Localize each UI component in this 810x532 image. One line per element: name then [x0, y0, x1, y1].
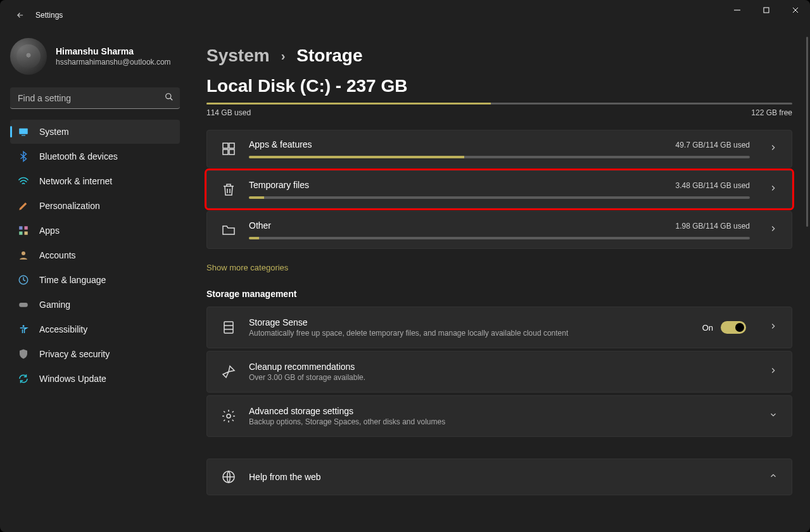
- mgmt-title: Storage Sense: [249, 317, 690, 327]
- chevron-right-icon: [769, 143, 780, 155]
- nav-item-privacy[interactable]: Privacy & security: [10, 342, 180, 366]
- show-more-categories[interactable]: Show more categories: [206, 263, 288, 272]
- nav-item-accounts[interactable]: Accounts: [10, 243, 180, 267]
- svg-rect-10: [19, 303, 28, 307]
- nav-item-apps[interactable]: Apps: [10, 218, 180, 243]
- svg-rect-7: [25, 232, 28, 235]
- svg-rect-0: [764, 8, 769, 13]
- chevron-right-icon: [769, 322, 780, 333]
- breadcrumb: System › Storage: [206, 46, 791, 66]
- storage-sense-card[interactable]: Storage Sense Automatically free up spac…: [206, 307, 792, 348]
- nav-label: Accounts: [39, 250, 76, 260]
- nav-item-system[interactable]: System: [10, 120, 180, 144]
- apps-features-icon: [221, 141, 236, 156]
- personalization-icon: [18, 200, 29, 212]
- nav-label: Windows Update: [39, 374, 106, 384]
- mgmt-title: Cleanup recommendations: [249, 362, 750, 372]
- category-other[interactable]: Other 1.98 GB/114 GB used: [206, 211, 792, 249]
- storage-sense-icon: [221, 320, 236, 335]
- profile[interactable]: Himanshu Sharma hssharmahimanshu@outlook…: [5, 35, 185, 85]
- chevron-up-icon: [769, 471, 780, 483]
- svg-point-11: [23, 325, 25, 327]
- svg-rect-16: [224, 322, 233, 333]
- nav-label: Apps: [39, 225, 60, 236]
- category-bar: [249, 196, 750, 199]
- nav-label: Bluetooth & devices: [39, 151, 118, 162]
- search-input[interactable]: [10, 87, 180, 109]
- maximize-button[interactable]: [752, 0, 781, 20]
- nav-label: Network & internet: [39, 176, 112, 186]
- chevron-right-icon: [769, 366, 780, 377]
- disk-usage-bar: [206, 103, 792, 104]
- bluetooth-icon: [18, 151, 29, 162]
- svg-rect-14: [223, 149, 228, 155]
- trash-icon: [221, 182, 236, 197]
- storage-sense-toggle[interactable]: [721, 321, 746, 334]
- chevron-down-icon: [769, 410, 780, 422]
- svg-point-8: [22, 251, 25, 255]
- category-temporary-files[interactable]: Temporary files 3.48 GB/114 GB used: [206, 170, 792, 208]
- nav-item-personalization[interactable]: Personalization: [10, 194, 180, 218]
- nav-item-time-language[interactable]: Time & language: [10, 268, 180, 292]
- nav-item-network[interactable]: Network & internet: [10, 169, 180, 193]
- app-title: Settings: [35, 11, 63, 20]
- mgmt-title: Help from the web: [249, 472, 750, 482]
- nav-item-windows-update[interactable]: Windows Update: [10, 367, 180, 391]
- svg-point-1: [166, 94, 171, 99]
- category-usage: 1.98 GB/114 GB used: [676, 222, 750, 231]
- accounts-icon: [18, 250, 29, 261]
- settings-window: Settings Himanshu Sharma hssharmahimansh…: [0, 0, 810, 532]
- svg-rect-5: [25, 226, 28, 229]
- minimize-button[interactable]: [723, 0, 752, 20]
- svg-rect-6: [19, 232, 22, 235]
- mgmt-desc: Over 3.00 GB of storage available.: [249, 373, 750, 382]
- help-from-web-card[interactable]: Help from the web: [206, 459, 792, 495]
- gear-icon: [221, 408, 236, 424]
- network-icon: [18, 175, 29, 187]
- chevron-right-icon: [769, 184, 780, 195]
- chevron-right-icon: ›: [281, 49, 286, 63]
- close-button[interactable]: [781, 0, 810, 20]
- nav-item-accessibility[interactable]: Accessibility: [10, 317, 180, 341]
- category-title: Temporary files: [249, 180, 309, 190]
- nav-item-bluetooth[interactable]: Bluetooth & devices: [10, 144, 180, 168]
- breadcrumb-current: Storage: [296, 46, 362, 66]
- scrollbar[interactable]: [806, 37, 808, 227]
- search-icon: [165, 92, 174, 104]
- storage-management-title: Storage management: [206, 289, 791, 299]
- accessibility-icon: [18, 324, 29, 335]
- breadcrumb-parent[interactable]: System: [206, 46, 270, 66]
- cleanup-recommendations-card[interactable]: Cleanup recommendations Over 3.00 GB of …: [206, 351, 792, 393]
- gaming-icon: [18, 299, 29, 310]
- nav-item-gaming[interactable]: Gaming: [10, 293, 180, 317]
- disk-used-label: 114 GB used: [206, 108, 251, 117]
- apps-icon: [18, 225, 29, 236]
- disk-free-label: 122 GB free: [751, 108, 792, 117]
- chevron-right-icon: [769, 224, 780, 236]
- profile-name: Himanshu Sharma: [56, 46, 171, 56]
- back-button[interactable]: [10, 5, 30, 25]
- nav-label: Personalization: [39, 201, 100, 211]
- globe-icon: [221, 469, 236, 484]
- profile-email: hssharmahimanshu@outlook.com: [56, 58, 171, 66]
- svg-rect-15: [229, 149, 234, 155]
- disk-title: Local Disk (C:) - 237 GB: [206, 76, 791, 96]
- titlebar: Settings: [0, 0, 810, 30]
- windows-update-icon: [18, 373, 29, 384]
- svg-rect-4: [19, 226, 22, 229]
- svg-rect-12: [223, 143, 228, 148]
- mgmt-title: Advanced storage settings: [249, 406, 750, 416]
- category-bar: [249, 156, 750, 158]
- category-apps-features[interactable]: Apps & features 49.7 GB/114 GB used: [206, 130, 792, 168]
- content: System › Storage Local Disk (C:) - 237 G…: [190, 30, 810, 532]
- category-title: Apps & features: [249, 139, 312, 149]
- time-language-icon: [18, 274, 29, 286]
- sidebar: Himanshu Sharma hssharmahimanshu@outlook…: [0, 30, 190, 532]
- advanced-storage-settings-card[interactable]: Advanced storage settings Backup options…: [206, 395, 792, 437]
- nav-label: Accessibility: [39, 324, 87, 334]
- toggle-label: On: [702, 323, 713, 332]
- category-usage: 3.48 GB/114 GB used: [676, 181, 750, 190]
- system-icon: [18, 126, 29, 137]
- folder-icon: [221, 222, 236, 238]
- nav-label: Gaming: [39, 300, 70, 310]
